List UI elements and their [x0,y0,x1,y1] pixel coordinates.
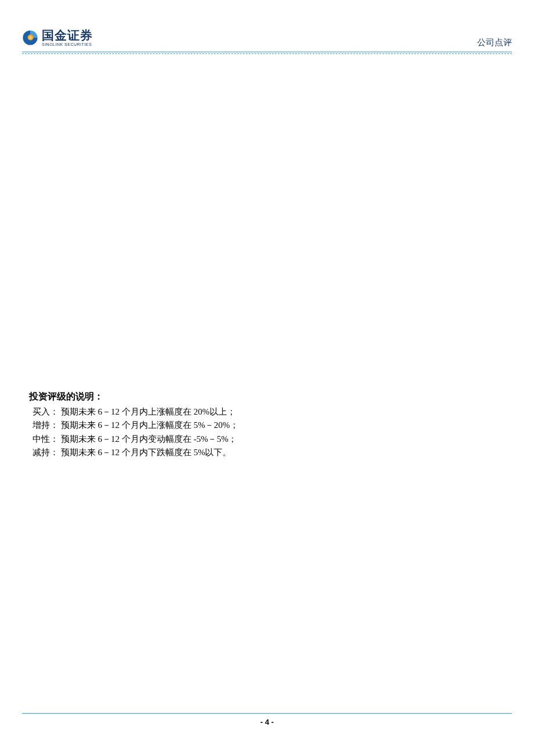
logo-text-cn: 国金证券 [42,29,93,41]
page-number: - 4 - [260,718,273,726]
rating-label: 增持： [33,420,59,430]
rating-item: 中性： 预期未来 6－12 个月内变动幅度在 -5%－5%； [29,433,505,446]
rating-item: 增持： 预期未来 6－12 个月内上涨幅度在 5%－20%； [29,419,505,432]
rating-desc: 预期未来 6－12 个月内变动幅度在 -5%－5%； [61,434,237,444]
logo-text-en: SINOLINK SECURITIES [42,42,93,46]
rating-list: 买入： 预期未来 6－12 个月内上涨幅度在 20%以上； 增持： 预期未来 6… [29,405,505,459]
rating-label: 中性： [33,434,59,444]
rating-desc: 预期未来 6－12 个月内下跌幅度在 5%以下。 [61,448,232,457]
rating-item: 减持： 预期未来 6－12 个月内下跌幅度在 5%以下。 [29,446,505,459]
company-logo: 国金证券 SINOLINK SECURITIES [22,29,512,46]
document-type: 公司点评 [477,37,512,48]
header-rule-dotted [22,53,512,54]
section-title: 投资评级的说明： [29,391,505,403]
content-section: 投资评级的说明： 买入： 预期未来 6－12 个月内上涨幅度在 20%以上； 增… [29,391,505,459]
rating-desc: 预期未来 6－12 个月内上涨幅度在 20%以上； [61,407,236,416]
page-header: 国金证券 SINOLINK SECURITIES 公司点评 [22,29,512,52]
page-footer: - 4 - [22,713,512,727]
logo-text-wrapper: 国金证券 SINOLINK SECURITIES [42,29,93,46]
rating-label: 减持： [33,448,59,457]
rating-item: 买入： 预期未来 6－12 个月内上涨幅度在 20%以上； [29,405,505,419]
rating-label: 买入： [33,407,59,416]
rating-desc: 预期未来 6－12 个月内上涨幅度在 5%－20%； [61,420,239,430]
logo-icon [22,30,38,46]
